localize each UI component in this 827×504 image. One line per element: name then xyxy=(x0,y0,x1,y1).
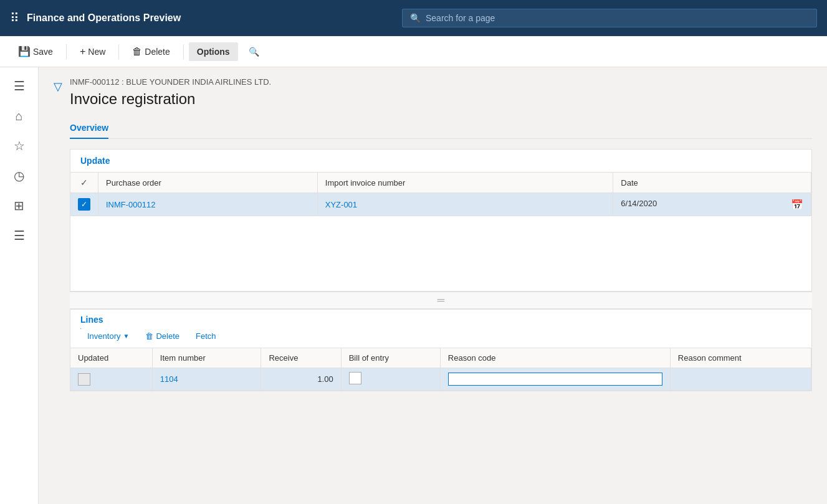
search-cmd-button[interactable]: 🔍 xyxy=(241,42,267,61)
favorites-icon: ☆ xyxy=(14,138,25,153)
lines-title-area: Lines xyxy=(70,310,811,325)
lines-col-bill-of-entry: Bill of entry xyxy=(341,348,440,368)
lines-table-row[interactable]: 1104 1.00 xyxy=(70,368,811,391)
hamburger-icon: ☰ xyxy=(14,78,25,93)
save-icon: 💾 xyxy=(18,45,31,57)
lines-col-updated: Updated xyxy=(70,348,152,368)
lines-section-title: Lines xyxy=(80,315,103,330)
lines-updated-checkbox[interactable] xyxy=(78,373,90,386)
search-bar[interactable]: 🔍 xyxy=(402,9,817,27)
main-content: ▽ INMF-000112 : BLUE YOUNDER INDIA AIRLI… xyxy=(39,67,827,504)
sidebar-item-modules[interactable]: ☰ xyxy=(6,222,33,249)
sidebar: ☰ ⌂ ☆ ◷ ⊞ ☰ xyxy=(0,67,39,504)
lines-col-reason-code: Reason code xyxy=(440,348,670,368)
workspaces-icon: ⊞ xyxy=(14,198,24,213)
search-input[interactable] xyxy=(426,13,809,23)
reason-code-input[interactable] xyxy=(448,373,662,386)
inventory-chevron-icon: ▼ xyxy=(123,333,129,340)
recents-icon: ◷ xyxy=(14,168,24,183)
lines-delete-button[interactable]: 🗑 Delete xyxy=(138,328,186,344)
update-section-header[interactable]: Update xyxy=(70,150,811,173)
row-check-selected-icon: ✓ xyxy=(78,198,90,211)
page-title: Invoice registration xyxy=(70,90,812,108)
col-header-check: ✓ xyxy=(70,173,98,193)
date-cell[interactable]: 6/14/2020 📅 xyxy=(613,193,811,216)
save-button[interactable]: 💾 Save xyxy=(10,41,61,62)
check-all-icon[interactable]: ✓ xyxy=(80,178,88,188)
lines-delete-icon: 🗑 xyxy=(145,331,153,341)
options-button[interactable]: Options xyxy=(189,42,238,61)
tabs: Overview xyxy=(70,118,812,139)
col-header-import-invoice: Import invoice number xyxy=(317,173,613,193)
filter-icon[interactable]: ▽ xyxy=(54,80,62,93)
lines-bill-of-entry-cell[interactable] xyxy=(341,368,440,391)
main-layout: ☰ ⌂ ☆ ◷ ⊞ ☰ ▽ INMF-000112 : BLUE YOUNDER… xyxy=(0,67,827,504)
lines-receive-cell[interactable]: 1.00 xyxy=(261,368,341,391)
tab-overview[interactable]: Overview xyxy=(70,118,108,139)
new-icon: + xyxy=(80,46,85,57)
table-row[interactable]: ✓ INMF-000112 XYZ-001 6/14/2020 xyxy=(70,193,811,216)
new-button[interactable]: + New xyxy=(72,42,113,62)
breadcrumb: INMF-000112 : BLUE YOUNDER INDIA AIRLINE… xyxy=(70,77,812,87)
col-header-date: Date xyxy=(613,173,811,193)
inventory-button[interactable]: Inventory ▼ xyxy=(80,328,136,344)
purchase-order-cell[interactable]: INMF-000112 xyxy=(98,193,318,216)
import-invoice-cell[interactable]: XYZ-001 xyxy=(317,193,613,216)
lines-table: Updated Item number Receive Bill of entr… xyxy=(70,348,811,391)
col-header-purchase-order: Purchase order xyxy=(98,173,318,193)
sidebar-item-favorites[interactable]: ☆ xyxy=(6,132,33,159)
search-icon: 🔍 xyxy=(410,13,421,23)
delete-icon: 🗑 xyxy=(132,46,142,57)
lines-col-item-number: Item number xyxy=(152,348,261,368)
home-icon: ⌂ xyxy=(15,109,22,123)
bill-of-entry-checkbox[interactable] xyxy=(349,372,361,384)
calendar-icon[interactable]: 📅 xyxy=(791,199,803,211)
sidebar-item-workspaces[interactable]: ⊞ xyxy=(6,192,33,219)
top-bar: ⠿ Finance and Operations Preview 🔍 xyxy=(0,0,827,36)
sidebar-item-recents[interactable]: ◷ xyxy=(6,162,33,189)
command-bar: 💾 Save + New 🗑 Delete Options 🔍 xyxy=(0,36,827,67)
lines-reason-comment-cell[interactable] xyxy=(670,368,811,391)
lines-toolbar: Inventory ▼ 🗑 Delete Fetch xyxy=(70,325,811,348)
modules-icon: ☰ xyxy=(14,228,25,243)
search-cmd-icon: 🔍 xyxy=(249,47,259,57)
fetch-button[interactable]: Fetch xyxy=(189,328,223,344)
app-grid-icon[interactable]: ⠿ xyxy=(10,11,19,26)
row-check-cell[interactable]: ✓ xyxy=(70,193,98,216)
overview-empty-area xyxy=(70,216,811,291)
lines-reason-code-cell[interactable] xyxy=(440,368,670,391)
lines-col-receive: Receive xyxy=(261,348,341,368)
overview-panel: Update ✓ Purchase order xyxy=(70,149,812,292)
lines-updated-cell xyxy=(70,368,152,391)
overview-table: ✓ Purchase order Import invoice number D… xyxy=(70,173,811,216)
separator2 xyxy=(118,44,119,59)
sidebar-item-hamburger[interactable]: ☰ xyxy=(6,72,33,100)
separator3 xyxy=(183,44,184,59)
lines-col-reason-comment: Reason comment xyxy=(670,348,811,368)
sidebar-item-home[interactable]: ⌂ xyxy=(6,102,33,130)
lines-item-number-cell[interactable]: 1104 xyxy=(152,368,261,391)
lines-section: Lines Inventory ▼ 🗑 Delete Fetch xyxy=(70,309,812,391)
app-title: Finance and Operations Preview xyxy=(27,12,181,24)
separator xyxy=(66,44,67,59)
delete-button[interactable]: 🗑 Delete xyxy=(124,42,178,62)
resize-handle[interactable]: ═ xyxy=(70,292,812,309)
